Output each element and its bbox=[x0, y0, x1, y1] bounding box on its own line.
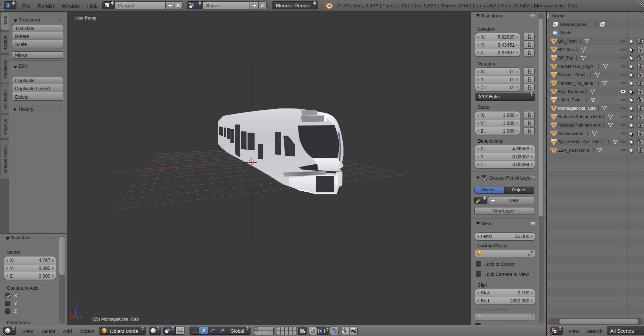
svg-text:y: y bbox=[80, 314, 83, 319]
svg-text:z: z bbox=[76, 302, 78, 307]
svg-text:x: x bbox=[70, 311, 72, 316]
